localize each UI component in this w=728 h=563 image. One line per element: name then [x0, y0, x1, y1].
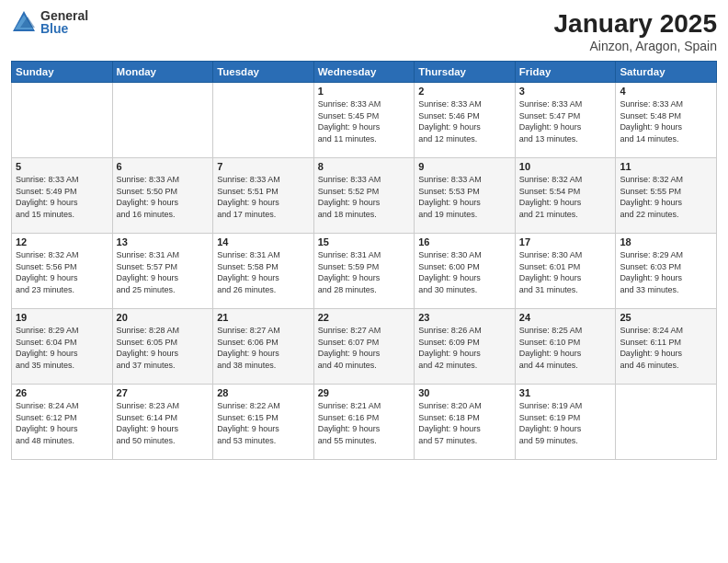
day-number: 17 — [519, 236, 612, 247]
day-number: 30 — [418, 387, 511, 398]
calendar-cell: 16Sunrise: 8:30 AM Sunset: 6:00 PM Dayli… — [415, 234, 516, 309]
day-number: 23 — [418, 312, 511, 323]
col-wednesday: Wednesday — [313, 62, 415, 83]
cell-info: Sunrise: 8:33 AM Sunset: 5:49 PM Dayligh… — [16, 174, 108, 220]
cell-info: Sunrise: 8:19 AM Sunset: 6:19 PM Dayligh… — [519, 400, 612, 446]
cell-info: Sunrise: 8:27 AM Sunset: 6:06 PM Dayligh… — [217, 325, 310, 371]
calendar-cell: 5Sunrise: 8:33 AM Sunset: 5:49 PM Daylig… — [12, 158, 113, 234]
col-saturday: Saturday — [616, 62, 717, 83]
day-number: 9 — [418, 161, 511, 172]
day-number: 15 — [318, 236, 411, 247]
cell-info: Sunrise: 8:33 AM Sunset: 5:51 PM Dayligh… — [217, 174, 310, 220]
day-number: 22 — [318, 312, 411, 323]
calendar-cell: 20Sunrise: 8:28 AM Sunset: 6:05 PM Dayli… — [112, 309, 213, 385]
calendar-cell: 12Sunrise: 8:32 AM Sunset: 5:56 PM Dayli… — [12, 234, 113, 309]
cell-info: Sunrise: 8:30 AM Sunset: 6:01 PM Dayligh… — [519, 249, 612, 295]
day-number: 1 — [318, 86, 411, 97]
day-number: 16 — [418, 236, 511, 247]
calendar-week-5: 26Sunrise: 8:24 AM Sunset: 6:12 PM Dayli… — [12, 385, 717, 460]
day-number: 12 — [16, 236, 108, 247]
calendar-cell: 26Sunrise: 8:24 AM Sunset: 6:12 PM Dayli… — [12, 385, 113, 460]
day-number: 29 — [318, 387, 411, 398]
calendar-cell — [213, 83, 314, 158]
cell-info: Sunrise: 8:31 AM Sunset: 5:57 PM Dayligh… — [117, 249, 210, 295]
calendar-cell: 14Sunrise: 8:31 AM Sunset: 5:58 PM Dayli… — [213, 234, 314, 309]
day-number: 20 — [117, 312, 210, 323]
calendar-cell — [616, 385, 717, 460]
calendar-week-2: 5Sunrise: 8:33 AM Sunset: 5:49 PM Daylig… — [12, 158, 717, 234]
calendar-table: Sunday Monday Tuesday Wednesday Thursday… — [11, 61, 717, 460]
calendar-week-4: 19Sunrise: 8:29 AM Sunset: 6:04 PM Dayli… — [12, 309, 717, 385]
day-number: 6 — [117, 161, 210, 172]
calendar-cell: 28Sunrise: 8:22 AM Sunset: 6:15 PM Dayli… — [213, 385, 314, 460]
calendar-cell: 25Sunrise: 8:24 AM Sunset: 6:11 PM Dayli… — [616, 309, 717, 385]
col-friday: Friday — [515, 62, 616, 83]
cell-info: Sunrise: 8:33 AM Sunset: 5:50 PM Dayligh… — [117, 174, 210, 220]
day-number: 19 — [16, 312, 108, 323]
page-container: General Blue January 2025 Ainzon, Aragon… — [0, 0, 728, 563]
day-number: 10 — [519, 161, 612, 172]
calendar-week-1: 1Sunrise: 8:33 AM Sunset: 5:45 PM Daylig… — [12, 83, 717, 158]
calendar-cell — [112, 83, 213, 158]
calendar-cell: 11Sunrise: 8:32 AM Sunset: 5:55 PM Dayli… — [616, 158, 717, 234]
logo-text: General Blue — [40, 9, 88, 35]
day-number: 26 — [16, 387, 108, 398]
col-tuesday: Tuesday — [213, 62, 314, 83]
cell-info: Sunrise: 8:28 AM Sunset: 6:05 PM Dayligh… — [117, 325, 210, 371]
calendar-week-3: 12Sunrise: 8:32 AM Sunset: 5:56 PM Dayli… — [12, 234, 717, 309]
cell-info: Sunrise: 8:24 AM Sunset: 6:11 PM Dayligh… — [620, 325, 712, 371]
logo: General Blue — [11, 9, 88, 35]
calendar-cell: 30Sunrise: 8:20 AM Sunset: 6:18 PM Dayli… — [415, 385, 516, 460]
logo-general: General — [40, 9, 88, 22]
location-subtitle: Ainzon, Aragon, Spain — [554, 39, 717, 53]
calendar-cell: 15Sunrise: 8:31 AM Sunset: 5:59 PM Dayli… — [313, 234, 415, 309]
cell-info: Sunrise: 8:32 AM Sunset: 5:54 PM Dayligh… — [519, 174, 612, 220]
cell-info: Sunrise: 8:29 AM Sunset: 6:03 PM Dayligh… — [620, 249, 712, 295]
title-block: January 2025 Ainzon, Aragon, Spain — [554, 9, 717, 53]
cell-info: Sunrise: 8:21 AM Sunset: 6:16 PM Dayligh… — [318, 400, 411, 446]
calendar-cell: 7Sunrise: 8:33 AM Sunset: 5:51 PM Daylig… — [213, 158, 314, 234]
calendar-cell: 3Sunrise: 8:33 AM Sunset: 5:47 PM Daylig… — [515, 83, 616, 158]
day-number: 28 — [217, 387, 310, 398]
cell-info: Sunrise: 8:20 AM Sunset: 6:18 PM Dayligh… — [418, 400, 511, 446]
calendar-cell: 18Sunrise: 8:29 AM Sunset: 6:03 PM Dayli… — [616, 234, 717, 309]
calendar-cell: 19Sunrise: 8:29 AM Sunset: 6:04 PM Dayli… — [12, 309, 113, 385]
cell-info: Sunrise: 8:31 AM Sunset: 5:58 PM Dayligh… — [217, 249, 310, 295]
day-number: 18 — [620, 236, 712, 247]
day-number: 11 — [620, 161, 712, 172]
day-number: 14 — [217, 236, 310, 247]
calendar-cell: 27Sunrise: 8:23 AM Sunset: 6:14 PM Dayli… — [112, 385, 213, 460]
day-number: 3 — [519, 86, 612, 97]
cell-info: Sunrise: 8:32 AM Sunset: 5:56 PM Dayligh… — [16, 249, 108, 295]
day-number: 31 — [519, 387, 612, 398]
cell-info: Sunrise: 8:33 AM Sunset: 5:52 PM Dayligh… — [318, 174, 411, 220]
calendar-cell: 1Sunrise: 8:33 AM Sunset: 5:45 PM Daylig… — [313, 83, 415, 158]
calendar-cell: 17Sunrise: 8:30 AM Sunset: 6:01 PM Dayli… — [515, 234, 616, 309]
day-number: 2 — [418, 86, 511, 97]
cell-info: Sunrise: 8:33 AM Sunset: 5:48 PM Dayligh… — [620, 98, 712, 144]
cell-info: Sunrise: 8:33 AM Sunset: 5:46 PM Dayligh… — [418, 98, 511, 144]
calendar-cell: 29Sunrise: 8:21 AM Sunset: 6:16 PM Dayli… — [313, 385, 415, 460]
calendar-cell: 4Sunrise: 8:33 AM Sunset: 5:48 PM Daylig… — [616, 83, 717, 158]
day-number: 24 — [519, 312, 612, 323]
cell-info: Sunrise: 8:22 AM Sunset: 6:15 PM Dayligh… — [217, 400, 310, 446]
day-number: 21 — [217, 312, 310, 323]
calendar-cell: 21Sunrise: 8:27 AM Sunset: 6:06 PM Dayli… — [213, 309, 314, 385]
col-sunday: Sunday — [12, 62, 113, 83]
logo-blue: Blue — [40, 22, 88, 35]
day-number: 13 — [117, 236, 210, 247]
calendar-cell — [12, 83, 113, 158]
day-number: 27 — [117, 387, 210, 398]
calendar-cell: 22Sunrise: 8:27 AM Sunset: 6:07 PM Dayli… — [313, 309, 415, 385]
cell-info: Sunrise: 8:33 AM Sunset: 5:47 PM Dayligh… — [519, 98, 612, 144]
cell-info: Sunrise: 8:32 AM Sunset: 5:55 PM Dayligh… — [620, 174, 712, 220]
cell-info: Sunrise: 8:31 AM Sunset: 5:59 PM Dayligh… — [318, 249, 411, 295]
calendar-cell: 9Sunrise: 8:33 AM Sunset: 5:53 PM Daylig… — [415, 158, 516, 234]
calendar-header-row: Sunday Monday Tuesday Wednesday Thursday… — [12, 62, 717, 83]
calendar-cell: 6Sunrise: 8:33 AM Sunset: 5:50 PM Daylig… — [112, 158, 213, 234]
calendar-cell: 24Sunrise: 8:25 AM Sunset: 6:10 PM Dayli… — [515, 309, 616, 385]
cell-info: Sunrise: 8:27 AM Sunset: 6:07 PM Dayligh… — [318, 325, 411, 371]
month-title: January 2025 — [554, 9, 717, 39]
cell-info: Sunrise: 8:24 AM Sunset: 6:12 PM Dayligh… — [16, 400, 108, 446]
calendar-cell: 31Sunrise: 8:19 AM Sunset: 6:19 PM Dayli… — [515, 385, 616, 460]
